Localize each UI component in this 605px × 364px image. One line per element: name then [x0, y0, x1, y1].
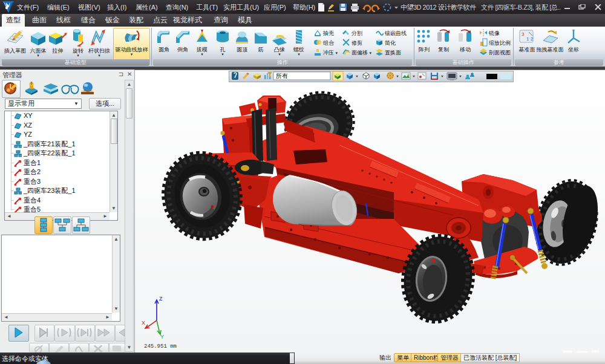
svg-text:3: 3	[522, 31, 525, 37]
svg-text:Z: Z	[159, 296, 163, 302]
svg-text:X: X	[142, 320, 145, 326]
svg-text:Y: Y	[160, 334, 164, 340]
